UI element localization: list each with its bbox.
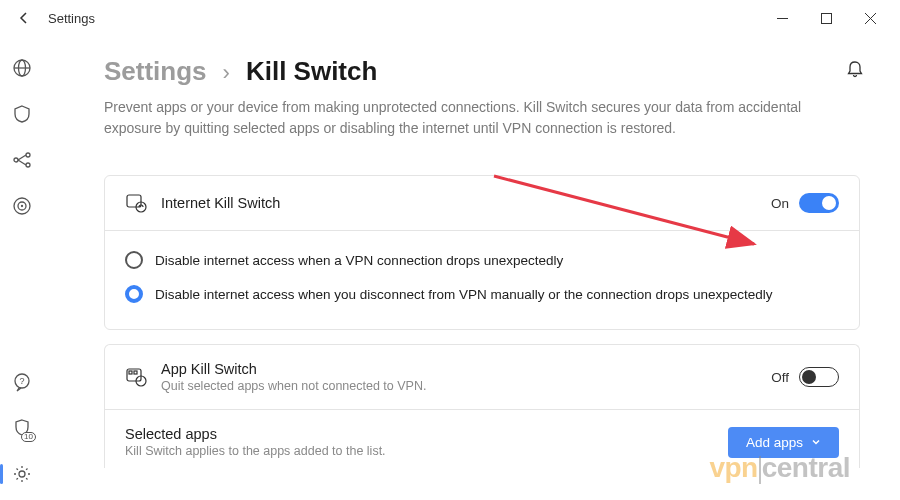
svg-rect-22 [134, 371, 137, 374]
app-kill-switch-card: App Kill Switch Quit selected apps when … [104, 344, 860, 468]
internet-kill-switch-title: Internet Kill Switch [161, 195, 280, 211]
radio-icon [125, 285, 143, 303]
app-ks-state-label: Off [771, 370, 789, 385]
svg-point-7 [14, 158, 18, 162]
svg-point-14 [22, 206, 23, 207]
ks-option-auto-drop[interactable]: Disable internet access when a VPN conne… [125, 243, 839, 277]
internet-kill-switch-card: Internet Kill Switch On Disable internet… [104, 175, 860, 330]
globe-icon [12, 58, 32, 78]
kill-switch-icon [125, 192, 147, 214]
app-ks-title: App Kill Switch [161, 361, 426, 377]
svg-text:?: ? [19, 376, 24, 386]
internet-kill-switch-toggle[interactable] [799, 193, 839, 213]
notifications-button[interactable] [846, 60, 864, 78]
chevron-down-icon [811, 437, 821, 447]
svg-rect-18 [127, 195, 141, 207]
svg-point-17 [19, 471, 25, 477]
svg-point-8 [26, 153, 30, 157]
back-button[interactable] [8, 2, 40, 34]
svg-line-10 [18, 155, 26, 160]
window-title: Settings [48, 11, 95, 26]
app-kill-switch-toggle[interactable] [799, 367, 839, 387]
app-ks-icon [125, 366, 147, 388]
svg-rect-21 [129, 371, 132, 374]
arrow-left-icon [16, 10, 32, 26]
ks-option-manual-and-drop[interactable]: Disable internet access when you disconn… [125, 277, 839, 311]
sidebar-item-mesh[interactable] [10, 148, 34, 172]
add-apps-button[interactable]: Add apps [728, 427, 839, 458]
guard-badge: 10 [21, 432, 36, 442]
close-button[interactable] [848, 2, 892, 34]
add-apps-label: Add apps [746, 435, 803, 450]
svg-line-11 [18, 160, 26, 165]
app-ks-subtitle: Quit selected apps when not connected to… [161, 379, 426, 393]
sidebar-item-settings[interactable] [10, 462, 34, 486]
sidebar: ? 10 [0, 36, 44, 500]
breadcrumb-root[interactable]: Settings [104, 56, 207, 87]
page-description: Prevent apps or your device from making … [104, 97, 824, 139]
maximize-button[interactable] [804, 2, 848, 34]
titlebar: Settings [0, 0, 900, 36]
mesh-icon [12, 150, 32, 170]
minimize-icon [777, 13, 788, 24]
content-pane: Settings › Kill Switch Prevent apps or y… [44, 36, 900, 500]
sidebar-item-globe[interactable] [10, 56, 34, 80]
breadcrumb: Settings › Kill Switch [104, 56, 860, 87]
minimize-button[interactable] [760, 2, 804, 34]
sidebar-item-target[interactable] [10, 194, 34, 218]
maximize-icon [821, 13, 832, 24]
internet-ks-options: Disable internet access when a VPN conne… [105, 231, 859, 329]
breadcrumb-separator: › [223, 60, 230, 86]
app-kill-switch-row: App Kill Switch Quit selected apps when … [105, 345, 859, 409]
bell-icon [846, 60, 864, 78]
internet-kill-switch-row: Internet Kill Switch On [105, 176, 859, 230]
target-icon [12, 196, 32, 216]
breadcrumb-current: Kill Switch [246, 56, 377, 87]
ks-option-label: Disable internet access when you disconn… [155, 287, 773, 302]
radio-icon [125, 251, 143, 269]
selected-apps-subtitle: Kill Switch applies to the apps added to… [125, 444, 386, 458]
gear-icon [12, 464, 32, 484]
svg-rect-1 [821, 13, 831, 23]
selected-apps-title: Selected apps [125, 426, 386, 442]
sidebar-item-guard[interactable]: 10 [10, 416, 34, 440]
svg-point-9 [26, 163, 30, 167]
sidebar-item-chat[interactable]: ? [10, 370, 34, 394]
close-icon [865, 13, 876, 24]
shield-icon [12, 104, 32, 124]
chat-icon: ? [12, 372, 32, 392]
ks-option-label: Disable internet access when a VPN conne… [155, 253, 563, 268]
sidebar-item-shield[interactable] [10, 102, 34, 126]
internet-ks-state-label: On [771, 196, 789, 211]
selected-apps-row: Selected apps Kill Switch applies to the… [105, 410, 859, 468]
